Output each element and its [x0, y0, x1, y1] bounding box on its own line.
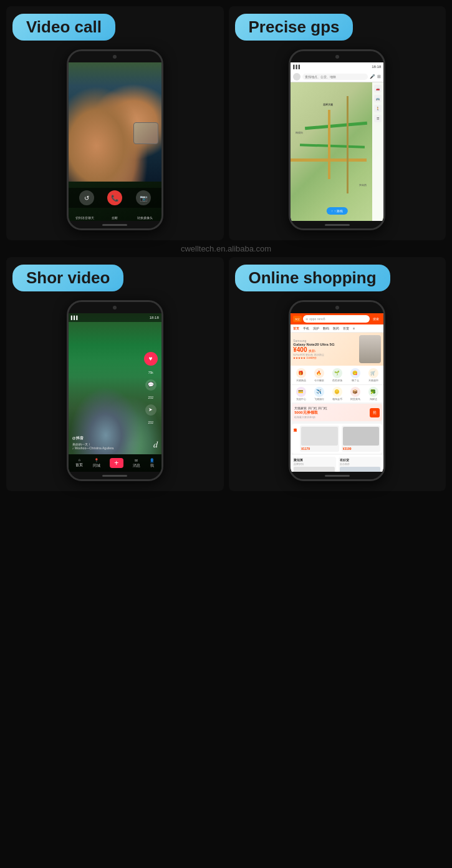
gps-cell: Precise gps ▌▌▌ 18:18 查找地点、公交、地铁 �	[229, 6, 446, 240]
home-indicator-3	[102, 475, 127, 477]
shop-search-button[interactable]: 搜索	[371, 316, 381, 322]
features-grid: Video call ↺ 📞 📷 切到语音聊天	[6, 6, 446, 240]
gps-menu-icon[interactable]: ☰	[374, 115, 382, 122]
home-indicator-1	[102, 224, 127, 226]
phone-camera-bar-2	[291, 51, 383, 62]
sv-signal: ▌▌▌	[71, 316, 79, 319]
gps-map-view: 北环大道 梅观街 笋岗西 🚗 🚌 🚶 ☰ ↑ ↑ 路线	[291, 82, 383, 221]
shop-icon-new[interactable]: 🎁 天猫新品	[296, 368, 306, 382]
sv-username: @抖音	[72, 436, 114, 441]
sv-nearby-icon: 📍	[94, 458, 99, 462]
shop-nav-dept[interactable]: 百货	[343, 326, 349, 330]
gps-nav-button[interactable]: ↑ ↑ 路线	[327, 207, 348, 215]
sv-profile-tab[interactable]: 👤 我	[150, 458, 154, 469]
shop-nav-home[interactable]: 首页	[293, 326, 299, 330]
shop-icon-fresh-circle: 🥦	[368, 387, 378, 397]
watermark: cwelltech.en.alibaba.com	[6, 240, 446, 257]
shop-icon-super[interactable]: 🛒 天猫超市	[368, 368, 378, 382]
vc-refresh-btn[interactable]: ↺	[79, 190, 94, 205]
vc-btn-labels: 切到语音聊天 挂断 转换摄像头	[69, 215, 161, 221]
video-call-label: Video call	[12, 14, 115, 41]
shopping-phone: 淘宝 ⊕ oppo reno5 搜索 首页 手机 洗护 数码 医药	[289, 300, 385, 481]
sv-home-tab[interactable]: ⌂ 首页	[75, 458, 83, 468]
shop-promo-text: 天猫家装 开门红 开门红 5000元券领取 给海量大牌买单5折	[294, 406, 327, 419]
sv-comment-btn[interactable]: 💬	[145, 379, 156, 391]
shop-nav-more[interactable]: ≡	[353, 326, 355, 330]
short-video-screen-container: ▌▌▌ 18:18 ♥ 75k 💬 232 ➤ 232	[69, 313, 161, 472]
shop-bottom-good[interactable]: 有好货 全台低价	[339, 457, 382, 472]
gps-sidebar: 🚗 🚌 🚶 ☰	[372, 82, 383, 221]
shop-icon-cainiao-circle: 📦	[350, 387, 360, 397]
shop-good-sub: 全台低价	[340, 462, 381, 466]
shop-search-bar[interactable]: ⊕ oppo reno5	[303, 315, 370, 323]
shop-nav-phone[interactable]: 手机	[303, 326, 309, 330]
home-indicator-2	[325, 224, 350, 226]
camera-dot-4	[335, 306, 339, 310]
shop-live-price-1: ¥1179	[301, 447, 338, 451]
shop-icons-row-1: 🎁 天猫新品 🔥 今日爆款 🌱 芭芭农场 😋	[291, 366, 383, 384]
shop-nav-wash[interactable]: 洗护	[313, 326, 319, 330]
shop-icon-cainiao[interactable]: 📦 阿里菜鸟	[350, 387, 360, 401]
shop-icon-hot[interactable]: 🔥 今日爆款	[314, 368, 324, 382]
gps-signal: ▌▌▌	[293, 65, 301, 69]
shop-icon-new-circle: 🎁	[296, 368, 306, 378]
phone-bottom-3	[69, 472, 161, 479]
video-call-phone: ↺ 📞 📷 切到语音聊天 挂断 转换摄像头	[67, 49, 163, 230]
sv-messages-tab[interactable]: ✉ 消息	[133, 458, 140, 469]
shop-live-item-1[interactable]: ¥1179	[300, 426, 339, 452]
shop-icon-fresh-label: 淘鲜达	[370, 397, 377, 401]
gps-screen-container: ▌▌▌ 18:18 查找地点、公交、地铁 🎤 ⊞	[291, 62, 383, 221]
map-label-2: 梅观街	[296, 131, 303, 134]
shop-banner-tag: ★★★★★ 1599评价	[293, 356, 334, 359]
sv-nearby-tab[interactable]: 📍 同城	[93, 458, 100, 469]
gps-taxi-icon[interactable]: 🚗	[374, 85, 382, 92]
shop-juhuasuan-sub: 品牌折扣	[294, 462, 335, 466]
gps-mic-icon: 🎤	[370, 74, 375, 79]
sv-messages-icon: ✉	[135, 458, 138, 462]
taobao-logo: 淘宝	[293, 316, 302, 322]
shop-nav-medical[interactable]: 医药	[333, 326, 339, 330]
shop-icon-hot-label: 今日爆款	[314, 379, 324, 382]
shop-live-item-2[interactable]: ¥3199	[342, 426, 381, 452]
shop-icon-hot-circle: 🔥	[314, 368, 324, 378]
shop-icon-gold[interactable]: 🪙 领淘金币	[332, 387, 342, 401]
shop-icon-farm[interactable]: 🌱 芭芭农场	[332, 368, 342, 382]
video-call-cell: Video call ↺ 📞 📷 切到语音聊天	[6, 6, 224, 240]
gps-time: 18:18	[372, 65, 381, 69]
shop-nav-digital[interactable]: 数码	[323, 326, 329, 330]
tiktok-logo-icon: 𝑑	[153, 439, 158, 450]
shop-icon-food-circle: 😋	[350, 368, 360, 378]
phone-bottom-2	[291, 221, 383, 228]
shop-icon-recharge-circle: 💳	[296, 387, 306, 397]
gps-search-text: 查找地点、公交、地铁	[302, 74, 368, 80]
camera-dot-1	[113, 55, 117, 59]
shop-icon-fresh[interactable]: 🥦 淘鲜达	[368, 387, 378, 401]
shop-live-img-1	[301, 427, 338, 446]
shop-icon-travel[interactable]: ✈️ 飞猪旅行	[314, 387, 324, 401]
sv-add-btn[interactable]: +	[110, 458, 123, 468]
shopping-cell: Online shopping 淘宝 ⊕ oppo reno5 搜索	[229, 257, 446, 491]
sv-status-bar: ▌▌▌ 18:18	[69, 313, 161, 322]
sv-like-btn[interactable]: ♥	[144, 352, 158, 366]
shop-icon-recharge[interactable]: 💳 充值中心	[296, 387, 306, 401]
gps-walk-icon[interactable]: 🚶	[374, 105, 382, 112]
gps-phone: ▌▌▌ 18:18 查找地点、公交、地铁 🎤 ⊞	[289, 49, 385, 230]
sv-time: 18:18	[150, 316, 159, 319]
gps-screen-content: ▌▌▌ 18:18 查找地点、公交、地铁 🎤 ⊞	[291, 62, 383, 221]
shop-good-title: 有好货	[340, 458, 381, 462]
shop-icon-farm-circle: 🌱	[332, 368, 342, 378]
shop-promo-grab-btn[interactable]: 抢	[370, 408, 380, 417]
vc-label-3: 转换摄像头	[133, 216, 158, 220]
shop-icon-farm-label: 芭芭农场	[332, 379, 342, 382]
vc-end-call-btn[interactable]: 📞	[107, 190, 122, 205]
phone-bottom-1	[69, 221, 161, 228]
sv-share-btn[interactable]: ➤	[145, 404, 156, 416]
shop-bottom-juhuasuan[interactable]: 聚划算 品牌折扣	[292, 457, 336, 472]
shop-live-img-2	[343, 427, 380, 446]
vc-camera-btn[interactable]: 📷	[136, 190, 151, 205]
gps-bus-icon[interactable]: 🚌	[374, 95, 382, 102]
map-road-2	[300, 144, 365, 149]
gps-search-bar[interactable]: 查找地点、公交、地铁 🎤 ⊞	[291, 71, 383, 82]
camera-dot-3	[113, 306, 117, 310]
shop-icon-food[interactable]: 😋 饿了么	[350, 368, 360, 382]
